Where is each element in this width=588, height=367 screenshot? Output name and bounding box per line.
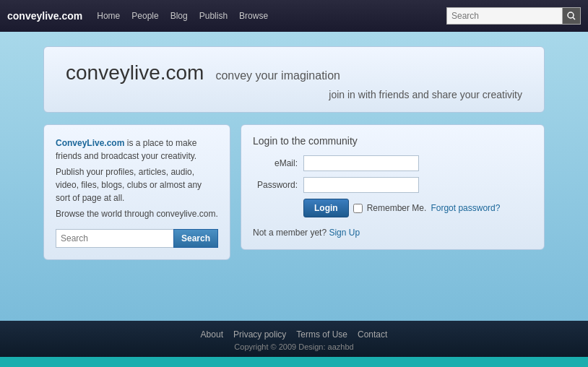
password-label: Password: xyxy=(253,180,303,190)
nav-search-area xyxy=(446,7,581,25)
site-name-highlight: ConveyLive.com xyxy=(56,138,124,148)
nav-home[interactable]: Home xyxy=(97,11,120,21)
nav-people[interactable]: People xyxy=(131,11,158,21)
not-member-row: Not a member yet? Sign Up xyxy=(253,228,532,238)
forgot-password-link[interactable]: Forgot password? xyxy=(431,203,500,213)
footer-terms[interactable]: Terms of Use xyxy=(296,329,347,340)
email-row: eMail: xyxy=(253,155,532,171)
navbar: conveylive.com Home People Blog Publish … xyxy=(0,0,588,32)
footer: About Privacy policy Terms of Use Contac… xyxy=(0,321,588,357)
header-top: conveylive.com convey your imagination xyxy=(66,61,522,85)
site-logo[interactable]: conveylive.com xyxy=(7,10,82,22)
svg-point-0 xyxy=(568,12,574,18)
nav-links: Home People Blog Publish Browse xyxy=(97,11,446,21)
footer-about[interactable]: About xyxy=(201,329,223,340)
left-panel: ConveyLive.com is a place to make friend… xyxy=(43,124,230,260)
footer-copyright: Copyright © 2009 Design: aazhbd xyxy=(0,342,588,351)
search-input[interactable] xyxy=(56,229,173,248)
email-label: eMail: xyxy=(253,158,303,168)
remember-label: Remember Me. xyxy=(367,203,427,213)
search-button[interactable]: Search xyxy=(173,229,218,248)
left-line2: Publish your profiles, articles, audio, … xyxy=(56,165,218,204)
site-subtitle: join in with friends and share your crea… xyxy=(66,89,522,100)
nav-browse[interactable]: Browse xyxy=(239,11,268,21)
footer-links: About Privacy policy Terms of Use Contac… xyxy=(0,329,588,340)
password-input[interactable] xyxy=(303,177,419,193)
login-action-row: Login Remember Me. Forgot password? xyxy=(303,199,532,217)
site-tagline: convey your imagination xyxy=(215,69,340,82)
remember-checkbox[interactable] xyxy=(353,204,363,213)
signup-link[interactable]: Sign Up xyxy=(329,228,360,238)
left-line3: Browse the world through conveylive.com. xyxy=(56,207,218,220)
footer-contact[interactable]: Contact xyxy=(358,329,387,340)
footer-privacy[interactable]: Privacy policy xyxy=(233,329,286,340)
login-title: Login to the community xyxy=(253,135,532,147)
content-row: ConveyLive.com is a place to make friend… xyxy=(43,124,545,260)
header-card: conveylive.com convey your imagination j… xyxy=(43,46,545,113)
site-title: conveylive.com xyxy=(66,61,204,85)
login-button[interactable]: Login xyxy=(303,199,349,217)
email-input[interactable] xyxy=(303,155,419,171)
search-icon xyxy=(567,12,576,20)
svg-line-1 xyxy=(573,17,575,20)
nav-search-button[interactable] xyxy=(562,7,581,25)
nav-blog[interactable]: Blog xyxy=(170,11,188,21)
main-area: conveylive.com convey your imagination j… xyxy=(0,32,588,321)
password-row: Password: xyxy=(253,177,532,193)
login-panel: Login to the community eMail: Password: … xyxy=(241,124,545,250)
search-row: Search xyxy=(56,229,218,248)
nav-search-input[interactable] xyxy=(446,7,562,25)
not-member-text: Not a member yet? xyxy=(253,228,327,238)
left-line1: ConveyLive.com is a place to make friend… xyxy=(56,137,218,163)
nav-publish[interactable]: Publish xyxy=(199,11,228,21)
